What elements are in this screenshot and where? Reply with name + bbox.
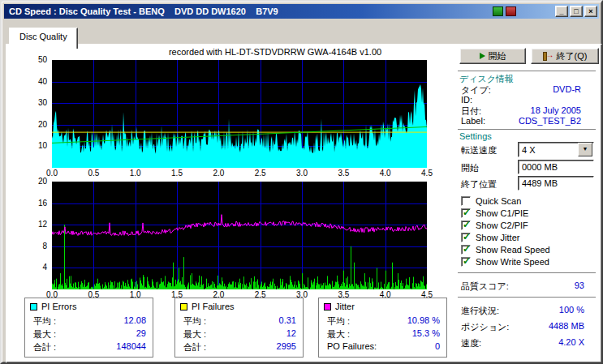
show-write-speed-checkbox[interactable]: Show Write Speed (461, 256, 596, 268)
title-bar[interactable]: CD Speed : Disc Quality Test - BENQ DVD … (4, 4, 599, 19)
jitter-stats-title: Jitter (335, 302, 355, 311)
stat-value: 2995 (277, 341, 296, 351)
stat-value: 0.31 (279, 315, 296, 325)
quality-score-label: 品質スコア: (461, 281, 509, 291)
y-axis-tick: 10 (18, 141, 47, 150)
transfer-speed-label: 転送速度 (461, 145, 497, 155)
separator (458, 272, 596, 276)
y-axis-tick: 16 (18, 199, 47, 208)
recorded-with-label: recorded with HL-DT-STDVDRRW GWA-4164B v… (88, 47, 463, 57)
tab-disc-quality[interactable]: Disc Quality (9, 28, 78, 49)
stat-label: 合計 : (183, 342, 206, 352)
minimize-button[interactable]: _ (555, 6, 568, 17)
quality-score-value: 93 (575, 280, 584, 290)
x-axis-tick: 4.0 (375, 169, 396, 178)
start-button-label: 開始 (489, 50, 506, 62)
y-axis-tick: 20 (18, 177, 47, 186)
start-button[interactable]: 開始 (459, 48, 526, 64)
start-position-input[interactable] (518, 160, 594, 174)
exit-button-label: 終了(Q) (557, 50, 588, 62)
x-axis-tick: 4.5 (416, 169, 437, 178)
checkbox-box (461, 221, 471, 230)
disc-date-label: 日付: (461, 106, 481, 116)
y-axis-tick: 12 (18, 220, 47, 229)
pi-errors-chart (52, 60, 427, 168)
stat-label: 最大 : (327, 329, 350, 339)
x-axis-tick: 0.5 (83, 169, 104, 178)
jitter-legend-swatch (324, 303, 331, 310)
speed-select-value: 4 X (519, 145, 578, 155)
checkbox-box (461, 233, 471, 242)
stat-value: 10.98 % (407, 315, 440, 325)
exit-door-icon (543, 52, 553, 61)
pi-errors-x-axis: 0.00.51.01.52.02.53.03.54.04.5 (52, 169, 427, 178)
exit-button[interactable]: 終了(Q) (531, 48, 599, 64)
jitter-stats-box: Jitter 平均 :10.98 % 最大 :15.3 % PO Failure… (318, 298, 447, 358)
pi-errors-legend-swatch (30, 303, 37, 310)
settings-header: Settings (459, 131, 492, 141)
stat-value: 148044 (116, 341, 146, 351)
progress-label: 進行状況: (461, 306, 499, 315)
stat-label: 平均 : (183, 316, 206, 326)
checkbox-label: Show Jitter (476, 233, 519, 242)
show-jitter-checkbox[interactable]: Show Jitter (461, 232, 596, 243)
disc-label-value: CDS_TEST_B2 (519, 116, 581, 126)
disc-badge-icon[interactable] (506, 6, 516, 16)
y-axis-tick: 8 (18, 242, 47, 251)
x-axis-tick: 2.5 (250, 169, 271, 178)
checkbox-box (461, 245, 471, 255)
checkbox-label: Show C1/PIE (476, 208, 528, 218)
checkbox-box (461, 208, 471, 218)
graph-badge-icon[interactable] (493, 6, 503, 16)
stat-label: 平均 : (33, 316, 56, 326)
stat-value: 0 (435, 341, 440, 351)
speed-select[interactable]: 4 X ▼ (518, 142, 594, 157)
stat-value: 12.08 (123, 315, 146, 325)
checkbox-box (461, 257, 471, 267)
y-axis-tick: 40 (18, 77, 47, 86)
show-read-speed-checkbox[interactable]: Show Read Speed (461, 244, 596, 255)
checkbox-label: Show Read Speed (476, 245, 550, 255)
pi-failures-jitter-y-axis: 20161284 (18, 182, 49, 289)
maximize-button[interactable]: □ (570, 6, 583, 17)
pi-failures-legend-swatch (180, 303, 187, 310)
window-title: CD Speed : Disc Quality Test - BENQ DVD … (6, 6, 490, 16)
stat-label: PO Failures: (327, 341, 377, 351)
x-axis-tick: 1.0 (125, 169, 146, 178)
separator (458, 297, 596, 300)
progress-value: 100 % (559, 305, 584, 315)
y-axis-tick: 4 (18, 263, 47, 272)
x-axis-tick: 3.5 (333, 169, 354, 178)
app-window: CD Speed : Disc Quality Test - BENQ DVD … (0, 0, 603, 364)
pi-failures-stats-title: PI Failures (192, 302, 235, 311)
stat-value: 15.3 % (412, 328, 440, 338)
control-panel: 開始 終了(Q) ディスク情報 タイプ:DVD-R ID: 日付:18 July… (454, 45, 599, 361)
show-c1-pie-checkbox[interactable]: Show C1/PIE (461, 208, 596, 219)
stat-label: 平均 : (327, 316, 350, 326)
disc-label-label: Label: (461, 116, 485, 126)
pi-failures-jitter-chart (52, 182, 427, 289)
disc-date-value: 18 July 2005 (531, 105, 581, 115)
close-button[interactable]: × (584, 6, 597, 17)
y-axis-tick: 20 (18, 120, 47, 129)
checkbox-box (461, 196, 471, 206)
disc-type-label: タイプ: (461, 85, 491, 95)
pi-errors-y-axis: 5040302010 (18, 60, 49, 168)
chevron-down-icon[interactable]: ▼ (578, 143, 592, 156)
end-position-input[interactable] (518, 176, 594, 191)
speed-value: 4.20 X (558, 337, 584, 347)
checkbox-label: Show Write Speed (476, 257, 549, 267)
pi-failures-stats-box: PI Failures 平均 :0.31 最大 :12 合計 :2995 (174, 298, 304, 358)
quick-scan-checkbox[interactable]: Quick Scan (461, 195, 596, 207)
stat-label: 合計 : (33, 342, 56, 352)
disc-id-label: ID: (461, 95, 472, 105)
stat-label: 最大 : (33, 329, 56, 339)
show-c2-pif-checkbox[interactable]: Show C2/PIF (461, 220, 596, 231)
pi-errors-stats-title: PI Errors (41, 302, 76, 311)
y-axis-tick: 50 (18, 55, 47, 64)
x-axis-tick: 2.0 (208, 169, 229, 178)
x-axis-tick: 3.0 (291, 169, 312, 178)
disc-info-header: ディスク情報 (459, 73, 514, 85)
end-position-label: 終了位置 (461, 179, 497, 189)
speed-label: 速度: (461, 338, 481, 348)
